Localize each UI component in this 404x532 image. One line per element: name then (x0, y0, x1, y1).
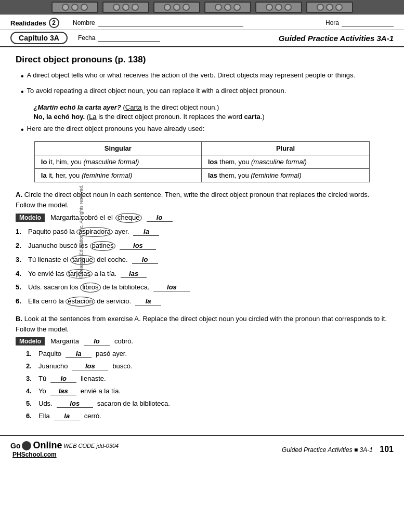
guided-practice-label: Guided Practice Activities 3A-1 (279, 34, 394, 43)
answer-4a: las (121, 270, 147, 278)
answer-6a: la (135, 297, 161, 305)
capitulo-label: Capítulo 3A (10, 32, 68, 44)
example-line-2: No, la echó hoy. (La is the direct objec… (26, 113, 388, 121)
website-label[interactable]: PHSchool.com (12, 451, 119, 458)
exercise-a-item-1: 1. Paquito pasó la aspiradora ayer. la (16, 227, 388, 237)
info-bar: Realidades 2 Nombre Hora (0, 15, 404, 30)
deco-inner (51, 2, 353, 13)
bullet-list: A direct object tells who or what receiv… (21, 70, 388, 98)
footer-practice-label: Guided Practice Activities (282, 446, 353, 454)
deco-circle (71, 4, 79, 11)
table-header-plural: Plural (201, 142, 369, 155)
deco-circle (326, 4, 333, 11)
example-sentence-2: No, la echó hoy. (33, 113, 85, 121)
footer: Go Online WEB CODE jdd-0304 PHSchool.com… (0, 435, 404, 461)
deco-block-1 (51, 2, 98, 13)
fecha-section: Fecha (68, 34, 279, 42)
side-copyright-text: © Pearson Education, Inc. All rights res… (79, 154, 84, 310)
bullet-item-1: A direct object tells who or what receiv… (21, 70, 388, 83)
exercise-a-item-4: 4. Yo envié las tarjetas a la tía. las (16, 269, 388, 279)
modelo-b-answer: lo (84, 337, 110, 345)
cap-bar: Capítulo 3A Fecha Guided Practice Activi… (0, 30, 404, 47)
header-decorative-bar (0, 0, 404, 15)
example-paren-2: (La is the direct object pronoun. It rep… (87, 113, 265, 121)
go-online-top: Go Online WEB CODE jdd-0304 (10, 440, 119, 451)
deco-circle (183, 4, 190, 11)
table-cell-lo: lo it, him, you (masculine formal) (34, 155, 201, 169)
deco-circle (215, 4, 222, 11)
deco-block-6 (306, 2, 353, 13)
exercise-a-item-6: 6. Ella cerró la estación de servicio. l… (16, 297, 388, 307)
answer-6b: la (54, 412, 80, 420)
deco-block-2 (102, 2, 149, 13)
table-header-singular: Singular (34, 142, 201, 155)
answer-2b: los (72, 362, 108, 370)
deco-circle (224, 4, 231, 11)
modelo-label-a: Modelo (16, 214, 45, 222)
exercise-b-modelo: Modelo Margarita lo cobró. (16, 337, 388, 345)
hora-label: Hora (325, 19, 339, 26)
exercise-b-item-6: 6. Ella la cerró. (26, 412, 388, 420)
exercise-a-item-3: 3. Tú llenaste el tanque del coche. lo (16, 255, 388, 265)
hora-section: Hora (325, 19, 394, 26)
exercise-a-item-2: 2. Juanucho buscó los patines los (16, 241, 388, 251)
fecha-label: Fecha (78, 34, 95, 42)
modelo-text-a: Margarita cobró el (50, 214, 105, 221)
table-row-1: lo it, him, you (masculine formal) los t… (34, 155, 369, 169)
deco-block-4 (204, 2, 251, 13)
online-label: Online (33, 440, 62, 451)
deco-circle (62, 4, 69, 11)
modelo-b-text-before: Margarita (50, 337, 79, 345)
deco-circle (275, 4, 282, 11)
exercise-b-item-5: 5. Uds. los sacaron de la biblioteca. (26, 400, 388, 408)
modelo-answer-a: lo (147, 214, 173, 222)
go-label: Go (10, 442, 20, 450)
deco-circle (81, 4, 88, 11)
globe-icon (22, 441, 31, 450)
exercise-b-heading: B. Look at the sentences from exercise A… (16, 314, 388, 334)
realidades-num: 2 (49, 18, 59, 28)
main-content: © Pearson Education, Inc. All rights res… (0, 47, 404, 430)
example-paren-1: (Carta is the direct object noun.) (123, 103, 219, 111)
answer-1b: la (66, 350, 92, 358)
exercise-a-heading: A. Circle the direct object noun in each… (16, 190, 388, 210)
footer-activity-ref: 3A-1 (360, 446, 373, 454)
nombre-line[interactable] (98, 19, 243, 26)
deco-circle (233, 4, 241, 11)
deco-circle (317, 4, 324, 11)
modelo-label-b: Modelo (16, 337, 45, 345)
exercise-b-item-1: 1. Paquito la pasó ayer. (26, 350, 388, 358)
answer-4b: las (50, 387, 76, 395)
answer-5b: los (57, 400, 93, 408)
deco-circle (284, 4, 292, 11)
modelo-circle-a: cheque (115, 213, 142, 223)
modelo-b-text-after: cobró. (114, 337, 133, 345)
exercise-a-item-5: 5. Uds. sacaron los libros de la bibliot… (16, 283, 388, 292)
table-cell-los: los them, you (masculine formal) (201, 155, 369, 169)
footer-right: Guided Practice Activities ■ 3A-1 101 (282, 445, 394, 454)
go-online-section: Go Online WEB CODE jdd-0304 PHSchool.com (10, 440, 119, 458)
exercise-b-item-3: 3. Tú lo llenaste. (26, 375, 388, 383)
deco-circle (335, 4, 343, 11)
circle-patines: patines (90, 241, 116, 251)
hora-line[interactable] (342, 19, 394, 26)
exercise-b-item-4: 4. Yo las envié a la tía. (26, 387, 388, 395)
table-cell-las: las them, you (feminine formal) (201, 169, 369, 182)
table-row-2: la it, her, you (feminine formal) las th… (34, 169, 369, 182)
exercise-a-items: 1. Paquito pasó la aspiradora ayer. la 2… (16, 227, 388, 307)
deco-block-5 (255, 2, 302, 13)
deco-circle (164, 4, 171, 11)
bullet-item-2: To avoid repeating a direct object noun,… (21, 86, 388, 98)
fecha-line[interactable] (98, 34, 160, 42)
deco-block-3 (153, 2, 200, 13)
exercise-a-modelo: Modelo Margarita cobró el el cheque lo (16, 213, 388, 223)
deco-circle (122, 4, 129, 11)
page-number: 101 (380, 445, 394, 454)
deco-circle (113, 4, 120, 11)
answer-5a: los (153, 283, 190, 291)
bullet-item-3: Here are the direct object pronouns you … (21, 124, 388, 136)
deco-circle (266, 4, 273, 11)
section-title: Direct object pronouns (p. 138) (16, 55, 388, 65)
answer-2a: los (120, 242, 156, 250)
answer-1a: la (133, 228, 159, 236)
